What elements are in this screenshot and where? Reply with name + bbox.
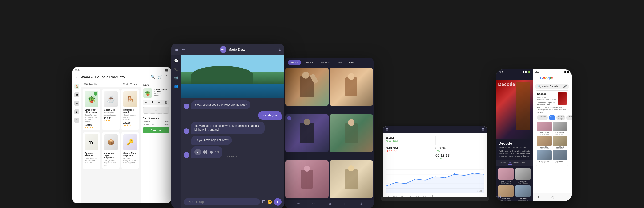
- message-input[interactable]: [184, 198, 260, 206]
- recent-icon[interactable]: □: [343, 202, 348, 206]
- tab-overview[interactable]: Overview: [498, 161, 506, 165]
- list-item[interactable]: [285, 160, 328, 198]
- back-icon[interactable]: ◁: [551, 195, 554, 199]
- list-item[interactable]: Jesse Diaz Marcus Webb: [537, 136, 552, 149]
- more-icon[interactable]: ⋮: [165, 75, 168, 79]
- list-item[interactable]: ☕ Agent Mug Handcrafted porcelain mug £1…: [102, 89, 120, 130]
- search-result-card[interactable]: Decode 2023 • Sci-Fi/Adventure • 2h 35m …: [535, 90, 569, 166]
- devices-container: 9:30 ⬛ ← Wood & House's Products 🔍 🛒 ⋮ 🏠…: [0, 0, 644, 208]
- back-button[interactable]: ←: [181, 47, 186, 52]
- menu-icon[interactable]: ☰: [527, 75, 530, 79]
- tab-files[interactable]: Files: [346, 60, 357, 65]
- list-item[interactable]: 🔑 Smaug Rope Keychain Keychain designed …: [122, 132, 139, 169]
- checkout-button[interactable]: Checkout: [143, 127, 170, 133]
- tab-stickers[interactable]: Stickers: [318, 60, 332, 65]
- sidebar-video-icon[interactable]: 📹: [174, 75, 179, 80]
- sidebar-settings[interactable]: ⚙: [74, 109, 79, 114]
- messaging-sidebar: 💬 📞 📹 👥: [171, 55, 181, 208]
- list-item[interactable]: Lydia Franco Sofia Navarro: [498, 168, 514, 184]
- tab-cast[interactable]: Cast: [508, 161, 512, 165]
- laptop-body: [381, 197, 489, 201]
- list-item[interactable]: Emily Miller Alex Johnson: [553, 122, 567, 135]
- list-item[interactable]: Late Habiti Sofia Navarro: [515, 185, 531, 201]
- home-icon[interactable]: ⊙: [538, 195, 541, 199]
- sidebar-grid[interactable]: ⊞: [74, 101, 79, 106]
- play-button[interactable]: ▶: [194, 149, 201, 155]
- cast-result-role: Sofia Navarro: [537, 134, 552, 135]
- list-item[interactable]: Lydia Franco Sofia Navarro: [537, 122, 552, 135]
- download-icon[interactable]: ⬇: [499, 195, 502, 199]
- product-name: Hardwood Stool: [123, 109, 137, 113]
- hamburger-icon[interactable]: ☰: [175, 47, 178, 52]
- stat-conversion: 0.68% +2%: [436, 146, 484, 152]
- hamburger-icon[interactable]: ☰: [498, 75, 502, 79]
- menu-icon-right[interactable]: ☰: [481, 128, 484, 131]
- list-item[interactable]: [330, 68, 373, 106]
- menu-icon[interactable]: ☰: [386, 128, 388, 131]
- list-item[interactable]: ✓: [285, 114, 328, 152]
- cast-role: Sofia Navarro: [498, 182, 514, 184]
- download-icon[interactable]: ⬇: [359, 202, 364, 206]
- gallery-tabs: Photos Emojis Stickers Gifts Files: [288, 60, 357, 65]
- sort-button[interactable]: ↕ Sort: [121, 83, 128, 86]
- info-icon[interactable]: ℹ: [279, 47, 280, 52]
- list-item[interactable]: Yussef Farous Dr. Chen: [537, 150, 552, 164]
- list-item[interactable]: [330, 160, 373, 198]
- qty-plus[interactable]: +: [158, 101, 160, 104]
- mic-icon[interactable]: 🎤: [563, 85, 567, 88]
- cart-summary-title: Cart Summary: [143, 117, 170, 120]
- signal-icons: ▐▐▐ 🔋: [522, 71, 530, 73]
- emoji-icon[interactable]: 😊: [268, 200, 272, 204]
- list-item[interactable]: 📦 Aluminum Tape Dispenser The greatest d…: [102, 132, 120, 169]
- add-item-button[interactable]: +: [143, 107, 170, 114]
- search-icon[interactable]: 🔍: [151, 75, 155, 79]
- send-button[interactable]: ▶: [274, 198, 282, 206]
- sidebar-home[interactable]: 🏠: [74, 84, 79, 89]
- delete-icon[interactable]: 🗑: [165, 101, 168, 104]
- list-item[interactable]: 🪑 Hardwood Stool Classic design, timeles…: [122, 89, 139, 130]
- cast-role: Sofia Navarro: [515, 199, 531, 201]
- product-desc: Handcrafted porcelain mug: [104, 111, 118, 116]
- home-icon[interactable]: ⊙: [496, 195, 499, 199]
- tab-more[interactable]: More: [521, 161, 525, 165]
- cast-result-photo: [553, 136, 567, 146]
- tab-emojis[interactable]: Emojis: [303, 60, 316, 65]
- home-icon[interactable]: ⊙: [311, 202, 316, 206]
- list-item[interactable]: 🪴 Small Plant Sill for desk Beautiful ma…: [83, 89, 100, 130]
- list-item[interactable]: [330, 114, 373, 152]
- list-item[interactable]: Mo Hefla Sofia Navarro: [553, 150, 567, 164]
- hamburger-icon[interactable]: ☰: [535, 76, 538, 80]
- list-item[interactable]: [285, 68, 328, 106]
- back-icon[interactable]: ←: [75, 75, 79, 79]
- qty-minus[interactable]: −: [145, 101, 147, 104]
- list-item[interactable]: 🍽 Ceramic Plate Set Hand made in our per…: [83, 132, 100, 169]
- tab-trailers[interactable]: Trailers: [513, 161, 519, 165]
- tab-trailers[interactable]: Trailers & clips: [556, 115, 566, 120]
- movie-hero-figure: [516, 82, 530, 130]
- shopping-header: ← Wood & House's Products 🔍 🛒 ⋮: [72, 73, 171, 81]
- image-icon[interactable]: 🖼: [262, 200, 266, 204]
- google-search-box[interactable]: 🔍 cast of Decode 🎤: [535, 84, 569, 89]
- tab-more[interactable]: More: [566, 115, 572, 120]
- cart-icon[interactable]: 🛒: [158, 75, 162, 79]
- product-desc: The greatest dispenser with the: [104, 159, 118, 166]
- sidebar-heart[interactable]: ♡: [74, 118, 79, 122]
- list-item[interactable]: Late Habiti Agent Cole: [553, 136, 567, 149]
- list-item[interactable]: Emily Miller Alex Johnson: [515, 168, 531, 184]
- sidebar-chat-icon[interactable]: 💬: [174, 58, 179, 63]
- cart-item: 🪴 Small Plant Sill for desk for desk £39…: [143, 88, 170, 98]
- tab-photos[interactable]: Photos: [288, 60, 301, 65]
- tab-overview[interactable]: Overview: [537, 115, 548, 120]
- tab-cast[interactable]: Cast: [549, 115, 555, 120]
- sidebar-phone-icon[interactable]: 📞: [174, 67, 179, 72]
- sidebar-people-icon[interactable]: 👥: [174, 84, 179, 89]
- back-icon[interactable]: ◁: [327, 202, 332, 206]
- filter-button[interactable]: ⊟ Filter: [130, 83, 139, 86]
- cast-result-photo: [537, 122, 552, 131]
- cast-name: Emily Miller: [515, 181, 531, 182]
- tab-gifts[interactable]: Gifts: [334, 60, 345, 65]
- sidebar-tag[interactable]: 🏷: [74, 93, 79, 97]
- recent-icon[interactable]: □: [564, 195, 566, 199]
- battery: ⬛: [165, 69, 168, 72]
- subtotal-label: Subtotal: [143, 121, 150, 123]
